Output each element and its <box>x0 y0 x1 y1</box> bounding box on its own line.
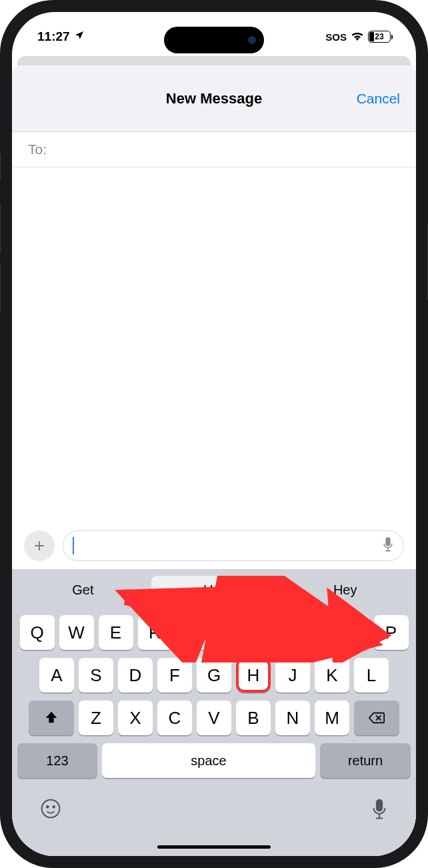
svg-point-2 <box>47 806 49 808</box>
status-right: SOS 23 <box>325 29 391 44</box>
key-row-2: ASDFGHJKL <box>12 654 416 697</box>
key-row-1: QWERTYUIOP <box>12 611 416 654</box>
key-j[interactable]: J <box>275 658 310 693</box>
emoji-icon <box>40 798 61 819</box>
to-label: To: <box>28 141 47 157</box>
status-left: 11:27 <box>37 29 85 44</box>
key-a[interactable]: A <box>39 658 74 693</box>
suggestion-bar: Get Her Hey <box>12 569 416 611</box>
page-title: New Message <box>166 90 262 107</box>
keyboard: Get Her Hey QWERTYUIOP ASDFGHJKL ZXCVBNM <box>12 569 416 856</box>
volume-up-button <box>0 203 1 254</box>
key-z[interactable]: Z <box>79 701 113 735</box>
phone-screen: 11:27 SOS 23 New Message C <box>12 12 416 856</box>
key-r[interactable]: R <box>138 615 173 650</box>
key-p[interactable]: P <box>374 615 409 650</box>
key-b[interactable]: B <box>236 701 271 735</box>
svg-point-1 <box>42 800 60 818</box>
message-body-area[interactable] <box>12 167 416 525</box>
key-row-4: 123 space return <box>12 739 416 782</box>
key-t[interactable]: T <box>177 615 212 650</box>
home-indicator[interactable] <box>157 845 271 849</box>
key-d[interactable]: D <box>118 658 153 693</box>
space-key[interactable]: space <box>102 743 315 778</box>
backspace-key[interactable] <box>354 701 399 735</box>
battery-indicator: 23 <box>368 31 391 43</box>
key-u[interactable]: U <box>256 615 291 650</box>
key-x[interactable]: X <box>118 701 153 735</box>
location-icon <box>74 29 85 44</box>
key-y[interactable]: Y <box>217 615 251 650</box>
key-v[interactable]: V <box>197 701 231 735</box>
key-k[interactable]: K <box>315 658 349 693</box>
svg-point-3 <box>53 806 55 808</box>
key-h[interactable]: H <box>236 658 271 693</box>
key-n[interactable]: N <box>275 701 310 735</box>
key-m[interactable]: M <box>315 701 349 735</box>
key-i[interactable]: I <box>295 615 330 650</box>
dictation-button[interactable] <box>371 798 388 825</box>
to-field[interactable]: To: <box>12 132 416 167</box>
add-attachment-button[interactable]: + <box>24 530 55 561</box>
new-message-sheet: New Message Cancel To: + <box>12 65 416 856</box>
suggestion-1[interactable]: Her <box>151 576 277 604</box>
key-o[interactable]: O <box>335 615 369 650</box>
shift-key[interactable] <box>29 701 74 735</box>
return-key[interactable]: return <box>320 743 411 778</box>
phone-frame: 11:27 SOS 23 New Message C <box>0 0 428 868</box>
sos-indicator: SOS <box>325 31 347 43</box>
wifi-icon <box>351 29 364 44</box>
cancel-button[interactable]: Cancel <box>357 91 400 107</box>
suggestion-2[interactable]: Hey <box>282 576 408 604</box>
key-row-3: ZXCVBNM <box>12 697 416 739</box>
battery-fill <box>369 32 374 41</box>
key-e[interactable]: E <box>99 615 133 650</box>
message-input[interactable] <box>63 530 404 561</box>
dynamic-island <box>164 27 264 53</box>
plus-icon: + <box>34 535 45 556</box>
shift-icon <box>44 711 59 725</box>
key-l[interactable]: L <box>354 658 389 693</box>
mic-icon <box>371 798 388 821</box>
key-w[interactable]: W <box>59 615 94 650</box>
key-c[interactable]: C <box>157 701 192 735</box>
battery-pct: 23 <box>375 32 383 41</box>
key-q[interactable]: Q <box>20 615 55 650</box>
numeric-key[interactable]: 123 <box>17 743 97 778</box>
text-cursor <box>73 537 74 554</box>
keyboard-bottom-bar <box>12 782 416 829</box>
compose-bar: + <box>12 525 416 569</box>
emoji-button[interactable] <box>40 798 61 825</box>
svg-rect-0 <box>385 537 390 546</box>
volume-down-button <box>0 264 1 314</box>
key-g[interactable]: G <box>197 658 231 693</box>
suggestion-0[interactable]: Get <box>20 576 146 604</box>
key-f[interactable]: F <box>157 658 192 693</box>
svg-rect-4 <box>376 799 383 812</box>
key-s[interactable]: S <box>79 658 113 693</box>
silent-switch <box>0 153 1 180</box>
nav-bar: New Message Cancel <box>12 65 416 132</box>
backspace-icon <box>368 711 385 725</box>
dictation-inline-icon[interactable] <box>382 536 394 555</box>
status-time: 11:27 <box>37 29 70 44</box>
